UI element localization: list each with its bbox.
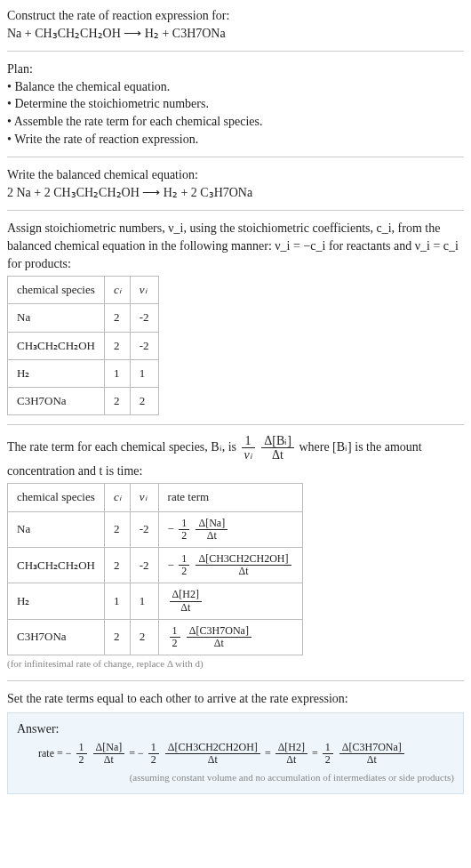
final-section: Set the rate terms equal to each other t… [7,690,464,795]
delta-frac: Δ[Na]Δt [196,518,228,542]
col-ci: cᵢ [104,484,130,511]
col-vi: νᵢ [130,484,158,511]
cell-ci: 2 [104,548,130,583]
cell-rateterm: − 12 Δ[CH3CH2CH2OH]Δt [158,548,302,583]
cell-ci: 2 [104,619,130,655]
cell-species: CH₃CH₂CH₂OH [8,332,105,359]
cell-vi: 2 [130,387,158,414]
table-row: CH₃CH₂CH₂OH 2 -2 − 12 Δ[CH3CH2CH2OH]Δt [8,548,303,583]
balanced-intro: Write the balanced chemical equation: [7,166,464,184]
cell-rateterm: Δ[H2]Δt [158,583,302,619]
answer-label: Answer: [17,720,454,738]
coef-frac: 12 [170,625,180,649]
plan-item: Assemble the rate term for each chemical… [7,113,464,131]
cell-species: H₂ [8,359,105,387]
plan-title: Plan: [7,60,464,78]
cell-ci: 2 [104,387,130,414]
rateterm-table: chemical species cᵢ νᵢ rate term Na 2 -2… [7,483,303,655]
col-species: chemical species [8,484,105,511]
delta-frac: Δ[Na]Δt [93,742,125,766]
delta-frac: Δ[CH3CH2CH2OH]Δt [196,553,291,577]
delta-frac: Δ[H2]Δt [170,589,202,613]
rate-frac-coef: 1 νᵢ [242,434,255,462]
balanced-section: Write the balanced chemical equation: 2 … [7,166,464,201]
delta-frac: Δ[H2]Δt [275,742,307,766]
divider [7,210,464,211]
table-row: Na 2 -2 [8,304,159,332]
cell-species: Na [8,304,105,332]
rateterm-note: (for infinitesimal rate of change, repla… [7,657,464,671]
table-header-row: chemical species cᵢ νᵢ [8,277,159,304]
plan-section: Plan: Balance the chemical equation. Det… [7,60,464,148]
cell-species: C3H7ONa [8,619,105,655]
delta-frac: Δ[C3H7ONa]Δt [187,625,251,649]
coef-frac: 12 [148,742,159,766]
cell-vi: -2 [130,304,158,332]
cell-ci: 1 [104,359,130,387]
stoich-section: Assign stoichiometric numbers, ν_i, usin… [7,220,464,415]
coef-frac: 12 [179,553,189,577]
cell-rateterm: 12 Δ[C3H7ONa]Δt [158,619,302,655]
coef-frac: 12 [76,742,87,766]
cell-species: C3H7ONa [8,387,105,414]
cell-species: H₂ [8,583,105,619]
balanced-equation: 2 Na + 2 CH₃CH₂CH₂OH ⟶ H₂ + 2 C₃H7ONa [7,184,464,202]
problem-prompt: Construct the rate of reaction expressio… [7,7,464,25]
unbalanced-equation: Na + CH₃CH₂CH₂OH ⟶ H₂ + C3H7ONa [7,25,464,43]
stoich-intro: Assign stoichiometric numbers, ν_i, usin… [7,220,464,272]
divider [7,680,464,681]
col-vi: νᵢ [130,277,158,304]
cell-ci: 2 [104,304,130,332]
rate-word: rate [38,746,54,761]
rate-expression: rate = − 12 Δ[Na]Δt = − 12 Δ[CH3CH2CH2OH… [17,742,454,766]
table-header-row: chemical species cᵢ νᵢ rate term [8,484,303,511]
col-ci: cᵢ [104,277,130,304]
cell-vi: 1 [130,359,158,387]
delta-frac: Δ[C3H7ONa]Δt [339,742,404,766]
cell-ci: 1 [104,583,130,619]
cell-vi: -2 [130,332,158,359]
plan-item: Determine the stoichiometric numbers. [7,95,464,113]
cell-vi: 2 [130,619,158,655]
table-row: Na 2 -2 − 12 Δ[Na]Δt [8,511,303,547]
stoich-table: chemical species cᵢ νᵢ Na 2 -2 CH₃CH₂CH₂… [7,276,159,415]
table-row: CH₃CH₂CH₂OH 2 -2 [8,332,159,359]
table-row: H₂ 1 1 Δ[H2]Δt [8,583,303,619]
answer-box: Answer: rate = − 12 Δ[Na]Δt = − 12 Δ[CH3… [7,712,464,794]
rateterm-section: The rate term for each chemical species,… [7,434,464,671]
table-row: C3H7ONa 2 2 12 Δ[C3H7ONa]Δt [8,619,303,655]
divider [7,157,464,157]
cell-ci: 2 [104,332,130,359]
rate-frac-delta: Δ[Bᵢ] Δt [261,434,294,462]
table-row: H₂ 1 1 [8,359,159,387]
col-rate: rate term [158,484,302,511]
divider [7,51,464,52]
delta-frac: Δ[CH3CH2CH2OH]Δt [165,742,260,766]
cell-vi: -2 [130,548,158,583]
plan-list: Balance the chemical equation. Determine… [7,78,464,148]
cell-vi: -2 [130,511,158,547]
divider [7,424,464,425]
cell-species: CH₃CH₂CH₂OH [8,548,105,583]
rateterm-intro: The rate term for each chemical species,… [7,434,464,479]
coef-frac: 12 [179,518,189,542]
cell-species: Na [8,511,105,547]
rateterm-intro-pre: The rate term for each chemical species,… [7,440,240,454]
plan-item: Write the rate of reaction expression. [7,131,464,149]
table-row: C3H7ONa 2 2 [8,387,159,414]
col-species: chemical species [8,277,105,304]
assumption-note: (assuming constant volume and no accumul… [17,771,454,784]
plan-item: Balance the chemical equation. [7,78,464,96]
problem-statement: Construct the rate of reaction expressio… [7,7,464,42]
coef-frac: 12 [323,742,333,766]
cell-ci: 2 [104,511,130,547]
final-intro: Set the rate terms equal to each other t… [7,690,464,708]
cell-vi: 1 [130,583,158,619]
cell-rateterm: − 12 Δ[Na]Δt [158,511,302,547]
